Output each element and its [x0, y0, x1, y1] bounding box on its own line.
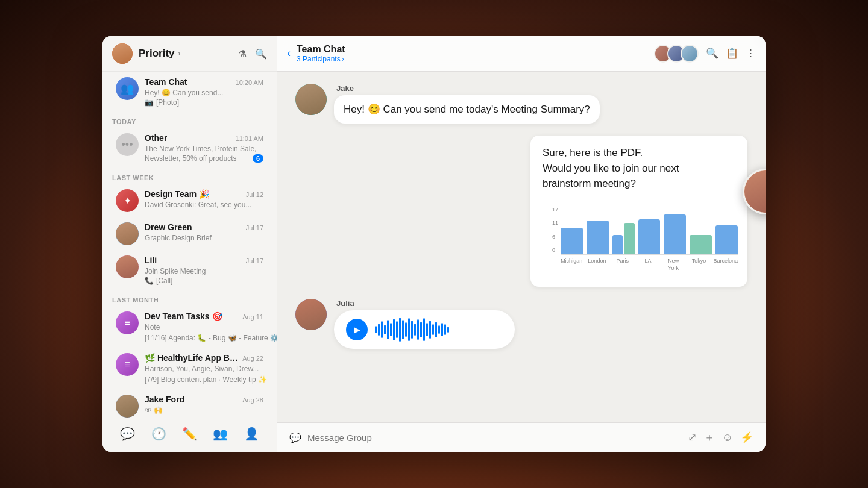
wave-bar	[384, 325, 386, 334]
sidebar-nav: 💬 🕐 ✏️ 👥 👤	[102, 418, 277, 452]
bar-blue	[612, 235, 623, 254]
bar-group	[690, 235, 712, 254]
search-chat-button[interactable]: 🔍	[706, 47, 719, 60]
julia-avatar	[295, 299, 327, 330]
unread-badge: 6	[253, 154, 263, 163]
input-icons: ⤢ ＋ ☺ ⚡	[688, 430, 753, 445]
nav-contacts-button[interactable]: 👥	[208, 424, 233, 443]
conv-name: 🌿 HealthyLife App Blog 🌿	[145, 353, 240, 363]
conv-name-row: Other 11:01 AM	[145, 133, 263, 143]
conv-time: 10:20 AM	[236, 79, 263, 86]
conv-preview: Join Spike Meeting	[145, 267, 206, 275]
wave-bar	[411, 321, 413, 339]
msg-text: Sure, here is the PDF.Would you like to …	[542, 145, 735, 192]
chart-container: 17 11 6 0	[542, 199, 747, 277]
lightning-button[interactable]: ⚡	[740, 431, 753, 444]
list-item[interactable]: ✦ Design Team 🎉 Jul 12 David Grosenki: G…	[106, 184, 273, 217]
conv-preview-row: 📞 [Call]	[145, 276, 263, 285]
wave-bar	[429, 321, 431, 339]
video-call-button[interactable]: 📋	[726, 47, 738, 60]
sidebar-title-area: Priority ›	[112, 43, 181, 64]
wave-bar	[432, 324, 434, 335]
y-label: 6	[552, 233, 558, 241]
wave-bar	[441, 323, 443, 336]
sidebar-header: Priority › ⚗ 🔍	[102, 36, 277, 72]
list-item[interactable]: Drew Green Jul 17 Graphic Design Brief	[106, 217, 273, 250]
list-item[interactable]: ≡ 🌿 HealthyLife App Blog 🌿 Aug 22 Harris…	[106, 348, 273, 389]
filter-button[interactable]: ⚗	[238, 48, 247, 60]
conv-time: Aug 22	[242, 355, 263, 362]
play-button[interactable]: ▶	[346, 319, 368, 340]
list-item[interactable]: Jake Ford Aug 28 👁 🙌	[106, 390, 273, 418]
message-input[interactable]	[307, 433, 682, 443]
chart-label: London	[586, 257, 608, 272]
msg-bubble: Sure, here is the PDF.Would you like to …	[530, 136, 747, 287]
conv-preview2: Newsletter, 50% off products	[145, 154, 237, 163]
list-item[interactable]: 👥 Team Chat 10:20 AM Hey! 😊 Can you send…	[106, 72, 273, 111]
conv-preview: Harrison, You, Angie, Sivan, Drew...	[145, 364, 259, 373]
more-options-button[interactable]: ⋮	[746, 47, 756, 60]
healthylife-avatar: ≡	[116, 353, 139, 376]
wave-bar	[435, 322, 437, 337]
conv-name: Design Team 🎉	[145, 189, 209, 199]
y-label: 0	[552, 246, 558, 254]
wave-bar	[420, 322, 422, 337]
conv-time: 11:01 AM	[236, 135, 263, 142]
chat-subtitle[interactable]: 3 Participants ›	[297, 55, 345, 63]
chat-title: Team Chat	[297, 43, 345, 55]
voice-message-bubble: ▶	[334, 310, 515, 349]
y-label: 11	[552, 219, 558, 227]
call-icon: 📞	[145, 277, 154, 285]
message-icon: 💬	[289, 432, 301, 443]
nav-profile-button[interactable]: 👤	[239, 424, 264, 443]
conv-content: Team Chat 10:20 AM Hey! 😊 Can you send..…	[145, 77, 263, 107]
chart-labels: Michigan London Paris LA New York Tokyo …	[561, 257, 738, 272]
section-label-last-week: LAST WEEK	[102, 168, 277, 184]
nav-compose-button[interactable]: ✏️	[177, 424, 202, 443]
wave-bar	[447, 327, 449, 333]
bar	[587, 221, 609, 254]
conv-name-row: Jake Ford Aug 28	[145, 395, 263, 404]
lili-avatar	[116, 255, 139, 278]
chart-label: Barcelona	[714, 257, 738, 272]
message-row: Julia ▶	[295, 299, 515, 349]
nav-messages-button[interactable]: 💬	[115, 424, 140, 443]
conv-time: Aug 28	[242, 396, 263, 404]
chart-inner: 17 11 6 0	[552, 206, 738, 272]
x-axis	[561, 254, 738, 255]
list-item[interactable]: ••• Other 11:01 AM The New York Times, P…	[106, 128, 273, 167]
wave-bar	[426, 323, 428, 336]
emoji-button[interactable]: ☺	[722, 431, 733, 444]
camera-icon: 📷	[145, 98, 154, 107]
expand-button[interactable]: ⤢	[688, 431, 697, 444]
y-label: 17	[552, 206, 558, 214]
conv-time: Jul 17	[246, 257, 263, 264]
drew-avatar	[116, 222, 139, 245]
wave-bar	[399, 318, 401, 342]
attach-button[interactable]: ＋	[704, 430, 715, 445]
subtitle-chevron-icon: ›	[342, 55, 344, 63]
conv-content: Dev Team Tasks 🎯 Aug 11 Note [11/16] Age…	[145, 311, 263, 343]
conv-preview2: [7/9] Blog content plan · Weekly tip ✨	[145, 375, 267, 384]
participant-avatar-3	[681, 45, 699, 63]
chart-bars	[561, 206, 738, 254]
wave-bar	[444, 324, 446, 335]
wave-bar	[405, 322, 407, 337]
conv-time: Jul 12	[246, 191, 263, 198]
bar-group	[587, 221, 609, 254]
wave-bar	[381, 321, 383, 338]
conv-name-row: Lili Jul 17	[145, 255, 263, 265]
conv-preview-row: 📷 [Photo]	[145, 98, 263, 107]
list-item[interactable]: ≡ Dev Team Tasks 🎯 Aug 11 Note [11/16] A…	[106, 307, 273, 348]
wave-bar	[417, 319, 419, 340]
bar	[638, 219, 661, 254]
list-item[interactable]: Lili Jul 17 Join Spike Meeting 📞 [Call]	[106, 251, 273, 290]
conv-preview: Graphic Design Brief	[145, 234, 212, 242]
msg-sender: Jake	[334, 84, 600, 93]
search-button[interactable]: 🔍	[255, 48, 267, 60]
nav-recent-button[interactable]: 🕐	[146, 424, 171, 443]
sidebar-title[interactable]: Priority ›	[139, 48, 181, 60]
jake-avatar	[295, 84, 327, 115]
team-chat-avatar: 👥	[116, 77, 139, 100]
back-button[interactable]: ‹	[287, 47, 291, 60]
